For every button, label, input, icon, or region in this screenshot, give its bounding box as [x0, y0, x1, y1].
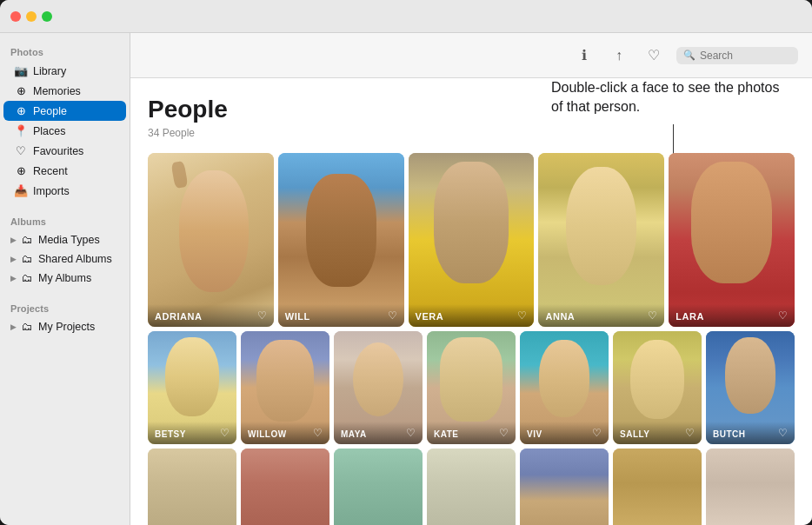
- sidebar-item-shared-albums[interactable]: ▶ 🗂 Shared Albums: [3, 249, 126, 269]
- sidebar-item-my-albums[interactable]: ▶ 🗂 My Albums: [3, 269, 126, 288]
- row3-4-photo: [427, 449, 516, 525]
- photos-section-label: Photos: [0, 40, 130, 61]
- person-card-sally[interactable]: Sally ♡: [613, 331, 702, 444]
- person-card-maya[interactable]: Maya ♡: [334, 331, 423, 444]
- person-card-butch[interactable]: Butch ♡: [706, 331, 795, 444]
- will-name: WILL: [285, 311, 310, 322]
- maya-label: Maya ♡: [334, 422, 423, 444]
- maximize-button[interactable]: [42, 11, 52, 22]
- sidebar-item-recent[interactable]: ⊕ Recent: [3, 161, 126, 181]
- sidebar-label-people: People: [33, 105, 67, 117]
- expand-arrow-media: ▶: [10, 236, 17, 244]
- people-row-1: ADRIANA ♡ WILL ♡: [148, 153, 795, 327]
- row3-1-photo: [148, 449, 236, 525]
- sidebar-label-library: Library: [33, 65, 66, 77]
- person-card-row3-3[interactable]: [334, 449, 423, 525]
- row3-7-photo: [706, 449, 795, 525]
- app-window: Photos 📷 Library ⊕ Memories ⊕ People 📍 P…: [0, 0, 812, 525]
- lara-heart: ♡: [778, 309, 788, 322]
- people-icon: ⊕: [14, 104, 28, 117]
- sidebar-item-memories[interactable]: ⊕ Memories: [3, 81, 126, 101]
- callout-text: Double-click a face to see the photos of…: [551, 80, 779, 114]
- my-albums-icon: 🗂: [22, 272, 33, 284]
- person-card-vera[interactable]: VERA ♡: [409, 153, 535, 327]
- library-icon: 📷: [14, 64, 28, 77]
- shared-albums-icon: 🗂: [22, 253, 33, 265]
- person-card-row3-7[interactable]: [706, 449, 795, 525]
- sidebar-item-media-types[interactable]: ▶ 🗂 Media Types: [3, 230, 126, 249]
- lara-name: LARA: [676, 311, 704, 322]
- person-card-row3-1[interactable]: [148, 449, 236, 525]
- sidebar-item-my-projects[interactable]: ▶ 🗂 My Projects: [3, 317, 126, 336]
- butch-label: Butch ♡: [706, 422, 795, 444]
- heart-button[interactable]: ♡: [642, 43, 666, 68]
- willow-label: Willow ♡: [241, 422, 329, 444]
- person-card-betsy[interactable]: Betsy ♡: [148, 331, 236, 444]
- heart-icon: ♡: [648, 47, 660, 63]
- recent-icon: ⊕: [14, 164, 28, 177]
- sidebar-item-library[interactable]: 📷 Library: [3, 61, 126, 81]
- person-card-row3-6[interactable]: [613, 449, 702, 525]
- sidebar-item-favourites[interactable]: ♡ Favourites: [3, 141, 126, 161]
- people-row-2: Betsy ♡ Willow ♡: [148, 331, 795, 444]
- projects-section-label: Projects: [0, 296, 130, 317]
- viv-name: Viv: [527, 429, 542, 439]
- vera-heart: ♡: [517, 309, 527, 322]
- person-card-willow[interactable]: Willow ♡: [241, 331, 329, 444]
- sidebar-label-places: Places: [33, 125, 66, 137]
- person-card-viv[interactable]: Viv ♡: [520, 331, 609, 444]
- will-photo: [278, 153, 404, 327]
- info-icon: ℹ: [582, 47, 587, 63]
- lara-label: LARA ♡: [669, 304, 795, 327]
- content-area: ℹ ↑ ♡ 🔍 Double-click a face to see the p…: [130, 33, 812, 525]
- vera-name: VERA: [416, 311, 444, 322]
- imports-icon: 📥: [14, 184, 28, 197]
- kate-label: Kate ♡: [427, 422, 516, 444]
- person-card-adriana[interactable]: ADRIANA ♡: [148, 153, 274, 327]
- sidebar-item-imports[interactable]: 📥 Imports: [3, 181, 126, 201]
- search-bar[interactable]: 🔍: [676, 47, 798, 64]
- person-card-lara[interactable]: LARA ♡: [669, 153, 795, 327]
- sidebar-item-places[interactable]: 📍 Places: [3, 121, 126, 141]
- sidebar-label-favourites: Favourites: [33, 145, 83, 157]
- adriana-photo: [148, 153, 274, 327]
- memories-icon: ⊕: [14, 84, 28, 97]
- butch-name: Butch: [713, 429, 746, 439]
- sidebar-label-imports: Imports: [33, 185, 70, 197]
- places-icon: 📍: [14, 124, 28, 137]
- expand-arrow-projects: ▶: [10, 322, 17, 331]
- share-button[interactable]: ↑: [607, 43, 631, 68]
- toolbar: ℹ ↑ ♡ 🔍: [130, 33, 812, 78]
- adriana-heart: ♡: [257, 309, 267, 322]
- will-heart: ♡: [388, 309, 397, 322]
- search-icon: 🔍: [683, 50, 696, 61]
- person-card-row3-4[interactable]: [427, 449, 516, 525]
- minimize-button[interactable]: [26, 11, 37, 22]
- person-card-will[interactable]: WILL ♡: [278, 153, 404, 327]
- sidebar-label-memories: Memories: [33, 85, 81, 97]
- anna-label: ANNA ♡: [538, 304, 664, 327]
- sally-name: Sally: [620, 429, 649, 439]
- viv-heart: ♡: [592, 427, 602, 439]
- kate-name: Kate: [434, 429, 458, 439]
- close-button[interactable]: [10, 11, 21, 22]
- my-projects-icon: 🗂: [22, 321, 33, 333]
- adriana-label: ADRIANA ♡: [148, 304, 274, 327]
- sidebar-item-people[interactable]: ⊕ People: [3, 101, 126, 121]
- anna-photo: [538, 153, 664, 327]
- willow-heart: ♡: [313, 427, 323, 439]
- person-card-kate[interactable]: Kate ♡: [427, 331, 516, 444]
- sidebar-label-shared-albums: Shared Albums: [38, 253, 112, 265]
- will-label: WILL ♡: [278, 304, 404, 327]
- albums-section-label: Albums: [0, 209, 130, 230]
- sally-heart: ♡: [685, 427, 695, 439]
- person-card-anna[interactable]: ANNA ♡: [538, 153, 664, 327]
- lara-photo: [669, 153, 795, 327]
- person-card-row3-5[interactable]: [520, 449, 609, 525]
- search-input[interactable]: [700, 50, 791, 62]
- info-button[interactable]: ℹ: [572, 43, 596, 68]
- person-card-row3-2[interactable]: [241, 449, 329, 525]
- willow-name: Willow: [248, 429, 287, 439]
- maya-heart: ♡: [406, 427, 416, 439]
- share-icon: ↑: [616, 48, 622, 63]
